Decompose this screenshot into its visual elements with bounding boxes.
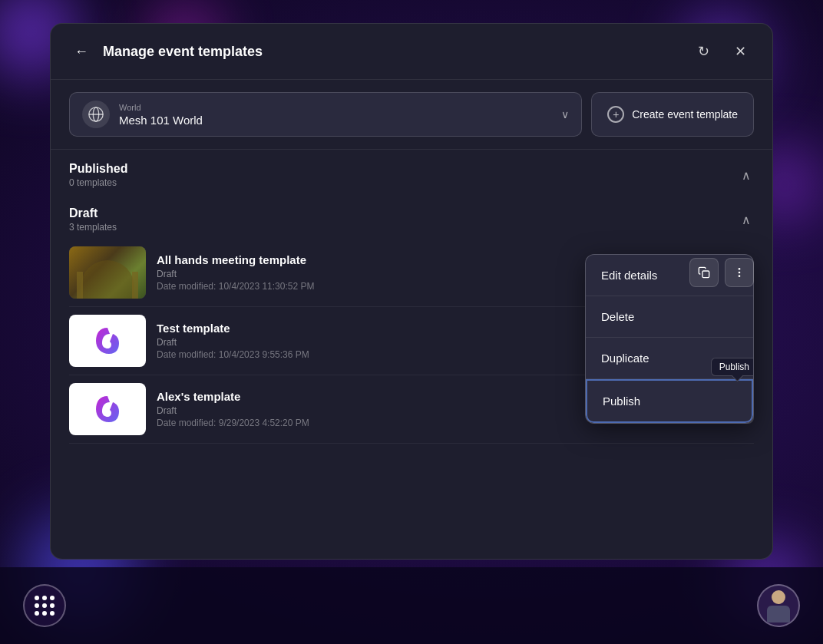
- publish-tooltip: Publish: [711, 358, 754, 376]
- publish-label: Publish: [603, 395, 640, 408]
- chevron-down-icon: ∨: [561, 108, 569, 121]
- context-menu-publish[interactable]: Publish Publish: [586, 379, 753, 423]
- published-title-group: Published 0 templates: [69, 162, 127, 188]
- pillar-right: [132, 272, 138, 299]
- template-thumbnail-alex: [69, 383, 146, 435]
- dot: [35, 611, 39, 616]
- world-name: Mesh 101 World: [119, 114, 552, 127]
- svg-point-5: [739, 272, 741, 274]
- published-section-title: Published: [69, 162, 127, 176]
- context-menu-delete[interactable]: Delete: [586, 296, 753, 338]
- dot: [42, 596, 47, 600]
- close-button[interactable]: ✕: [726, 38, 754, 65]
- template-thumbnail-test: [69, 315, 146, 367]
- fluent-icon-alex: [88, 390, 127, 428]
- header-actions: ↻ ✕: [689, 38, 754, 65]
- create-button-label: Create event template: [632, 108, 738, 121]
- bottom-bar: [0, 567, 823, 644]
- dot: [35, 603, 39, 608]
- draft-collapse-button[interactable]: ∧: [739, 210, 754, 230]
- published-collapse-button[interactable]: ∧: [739, 165, 754, 186]
- avatar-body: [767, 606, 790, 623]
- svg-rect-3: [702, 271, 709, 278]
- published-section-header: Published 0 templates ∧: [69, 150, 754, 194]
- more-button-all-hands[interactable]: [725, 258, 754, 287]
- svg-point-4: [739, 268, 741, 270]
- draft-title-group: Draft 3 templates: [69, 206, 117, 233]
- draft-section-header: Draft 3 templates ∧: [69, 194, 754, 239]
- thumbnail-img-all-hands: [69, 246, 146, 299]
- world-label: World: [119, 103, 552, 112]
- template-item: All hands meeting template Draft Date mo…: [69, 239, 754, 307]
- back-button[interactable]: ←: [69, 39, 94, 64]
- template-thumbnail-all-hands: [69, 246, 146, 299]
- dot: [42, 611, 47, 616]
- world-info: World Mesh 101 World: [119, 103, 552, 127]
- dot: [50, 611, 55, 616]
- svg-point-6: [739, 275, 741, 277]
- dot: [35, 596, 39, 600]
- refresh-button[interactable]: ↻: [689, 38, 717, 65]
- avatar-head: [772, 590, 785, 604]
- published-section-count: 0 templates: [69, 177, 127, 188]
- apps-button[interactable]: [23, 584, 66, 627]
- dot: [50, 596, 55, 600]
- modal-header: ← Manage event templates ↻ ✕: [51, 24, 772, 80]
- dot: [50, 603, 55, 608]
- avatar-button[interactable]: [757, 584, 800, 627]
- thumbnail-img-alex: [69, 383, 146, 435]
- modal-content[interactable]: Published 0 templates ∧ Draft 3 template…: [51, 150, 772, 559]
- avatar-figure: [762, 589, 795, 623]
- pillar-left: [77, 272, 83, 299]
- manage-templates-modal: ← Manage event templates ↻ ✕ World Mesh …: [50, 23, 773, 560]
- dot: [42, 603, 47, 608]
- thumbnail-img-test: [69, 315, 146, 367]
- world-section: World Mesh 101 World ∨ + Create event te…: [51, 80, 772, 150]
- dots-grid-icon: [35, 596, 55, 616]
- draft-section-count: 3 templates: [69, 222, 117, 233]
- template-actions-all-hands: [689, 258, 754, 287]
- plus-icon: +: [607, 106, 624, 123]
- copy-button-all-hands[interactable]: [689, 258, 719, 287]
- draft-section-title: Draft: [69, 206, 117, 220]
- world-icon: [82, 101, 110, 128]
- arch-decoration: [81, 260, 134, 299]
- create-event-template-button[interactable]: + Create event template: [591, 92, 754, 137]
- fluent-icon: [88, 322, 127, 360]
- modal-title: Manage event templates: [103, 44, 689, 60]
- world-selector[interactable]: World Mesh 101 World ∨: [69, 92, 582, 137]
